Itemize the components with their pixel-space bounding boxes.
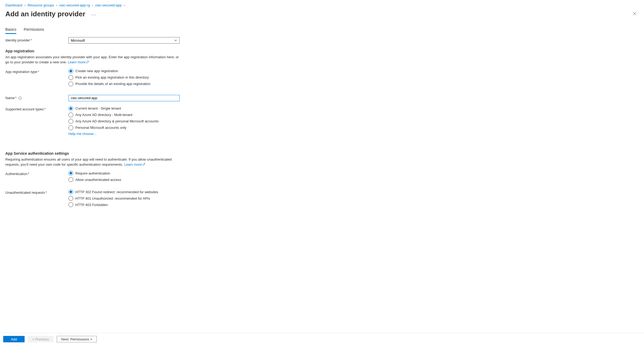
required-indicator: *: [28, 172, 29, 176]
radio-http-302[interactable]: HTTP 302 Found redirect: recommended for…: [68, 189, 158, 194]
info-icon[interactable]: i: [18, 96, 22, 100]
breadcrumb-link-resource-groups[interactable]: Resource groups: [28, 3, 54, 7]
radio-provide-details-existing[interactable]: Provide the details of an existing app r…: [68, 82, 150, 86]
breadcrumb: Dashboard › Resource groups › cwc-secure…: [5, 2, 639, 10]
radio-icon: [68, 113, 73, 117]
chevron-right-icon: ›: [23, 3, 26, 7]
breadcrumb-link-rg-name[interactable]: cwc-secured-app-rg: [59, 3, 90, 7]
required-indicator: *: [38, 70, 39, 74]
radio-icon: [68, 196, 73, 201]
radio-label: Allow unauthenticated access: [75, 178, 121, 182]
radio-http-401[interactable]: HTTP 401 Unauthorized: recommended for A…: [68, 196, 158, 201]
radio-current-tenant-single[interactable]: Current tenant - Single tenant: [68, 106, 159, 111]
auth-settings-heading: App Service authentication settings: [5, 151, 639, 156]
app-registration-heading: App registration: [5, 49, 639, 53]
supported-account-types-label: Supported account types: [5, 107, 44, 111]
radio-icon: [68, 75, 73, 80]
radio-label: HTTP 302 Found redirect: recommended for…: [75, 190, 158, 194]
close-icon[interactable]: [631, 11, 639, 18]
chevron-right-icon: ›: [123, 3, 126, 7]
authentication-label: Authentication: [5, 172, 27, 176]
radio-icon: [68, 82, 73, 86]
identity-provider-label: Identity provider: [5, 38, 30, 42]
radio-label: HTTP 403 Forbidden: [75, 203, 108, 207]
radio-icon: [68, 171, 73, 176]
app-registration-type-label: App registration type: [5, 70, 37, 74]
unauthenticated-requests-label: Unauthenticated requests: [5, 191, 45, 195]
auth-settings-description: Requiring authentication ensures all use…: [5, 157, 172, 166]
name-label: Name: [5, 96, 15, 100]
radio-icon: [68, 177, 73, 182]
radio-allow-unauthenticated[interactable]: Allow unauthenticated access: [68, 177, 121, 182]
radio-label: Create new app registration: [75, 69, 118, 73]
chevron-right-icon: ›: [55, 3, 58, 7]
required-indicator: *: [15, 96, 17, 100]
radio-icon: [68, 202, 73, 207]
chevron-right-icon: ›: [91, 3, 94, 7]
radio-label: Provide the details of an existing app r…: [75, 82, 150, 86]
tabs: Basics Permissions: [5, 26, 639, 34]
radio-label: Require authentication: [75, 171, 110, 175]
auth-settings-learn-more-link[interactable]: Learn more: [124, 162, 145, 166]
radio-icon: [68, 189, 73, 194]
radio-label: Pick an existing app registration in thi…: [75, 75, 149, 79]
radio-icon: [68, 125, 73, 130]
radio-label: HTTP 401 Unauthorized: recommended for A…: [75, 196, 150, 200]
required-indicator: *: [44, 107, 46, 111]
radio-icon: [68, 106, 73, 111]
more-actions-icon[interactable]: ⋯: [91, 12, 96, 17]
tab-basics[interactable]: Basics: [5, 26, 16, 34]
breadcrumb-link-app-name[interactable]: cwc-secured-app: [95, 3, 122, 7]
radio-create-new-app-registration[interactable]: Create new app registration: [68, 69, 150, 73]
radio-label: Current tenant - Single tenant: [75, 106, 121, 110]
name-input[interactable]: [68, 95, 180, 101]
app-registration-description: An app registration associates your iden…: [5, 55, 179, 64]
radio-label: Personal Microsoft accounts only: [75, 126, 126, 130]
radio-any-azure-ad-personal[interactable]: Any Azure AD directory & personal Micros…: [68, 119, 159, 124]
radio-icon: [68, 69, 73, 73]
tab-permissions[interactable]: Permissions: [24, 26, 44, 33]
breadcrumb-link-dashboard[interactable]: Dashboard: [5, 3, 22, 7]
radio-label: Any Azure AD directory - Multi-tenant: [75, 113, 132, 117]
radio-pick-existing-app-registration[interactable]: Pick an existing app registration in thi…: [68, 75, 150, 80]
external-link-icon: [142, 162, 145, 165]
radio-require-authentication[interactable]: Require authentication: [68, 171, 121, 176]
radio-label: Any Azure AD directory & personal Micros…: [75, 119, 159, 123]
required-indicator: *: [31, 38, 32, 42]
radio-personal-only[interactable]: Personal Microsoft accounts only: [68, 125, 159, 130]
radio-http-403[interactable]: HTTP 403 Forbidden: [68, 202, 158, 207]
help-me-choose-link[interactable]: Help me choose...: [68, 132, 97, 136]
page-title: Add an identity provider: [5, 10, 85, 18]
radio-any-azure-ad-multi[interactable]: Any Azure AD directory - Multi-tenant: [68, 113, 159, 117]
identity-provider-select[interactable]: Microsoft: [68, 37, 180, 44]
radio-icon: [68, 119, 73, 124]
required-indicator: *: [45, 191, 47, 195]
app-registration-learn-more-link[interactable]: Learn more: [68, 60, 88, 64]
external-link-icon: [86, 60, 89, 63]
